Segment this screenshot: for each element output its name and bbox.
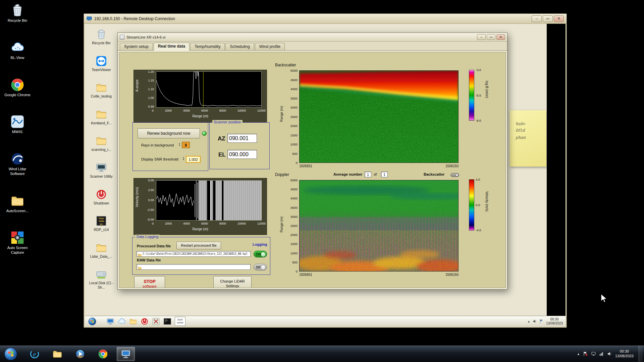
tray-speaker-icon[interactable] (607, 351, 612, 356)
remote-tray-arrow-icon[interactable]: ▲ (527, 320, 530, 323)
desktop-icon-mw41[interactable]: MW41 (2, 115, 33, 134)
tick-label: 1000 (290, 251, 298, 255)
desktop-icon-scanner[interactable]: Scanner Utility (88, 162, 115, 179)
renew-background-button[interactable]: Renew background now (138, 128, 200, 138)
raw-logging-toggle[interactable]: OFF (254, 264, 267, 270)
desktop-icon-folder[interactable]: AutoScreen... (2, 194, 33, 214)
scan-sched-button[interactable]: Scan sched (175, 317, 185, 326)
tab-temp-humidity[interactable]: Temp/humidity (190, 43, 225, 50)
remote-taskbar-power-icon[interactable] (141, 317, 149, 325)
tab-bar: System setup Real time data Temp/humidit… (118, 42, 507, 51)
folder-icon (96, 242, 107, 253)
remote-taskbar-cloud-icon[interactable] (118, 317, 126, 325)
rdp-maximize-button[interactable]: ▭ (543, 15, 553, 22)
taskbar-ie-icon[interactable]: e (25, 347, 44, 361)
tick-label: 0 (152, 109, 154, 112)
desktop-icon-folder[interactable]: scanning_r... (88, 135, 115, 152)
host-taskbar: e ▲ 00:30 13/08/2023 (0, 345, 644, 362)
tray-network-icon[interactable] (599, 351, 604, 356)
remote-flag-icon[interactable] (539, 319, 544, 323)
rdp-minimize-button[interactable]: – (532, 15, 542, 22)
stop-software-button[interactable]: STOP software (134, 276, 165, 288)
desktop-icon-shutdown[interactable]: Shutdown (88, 189, 115, 205)
desktop-icon-wind-lidar[interactable]: Wind Lidar Software (2, 152, 33, 176)
desktop-icon-bl-view[interactable]: BL-View (2, 41, 33, 60)
svg-text:loc: loc (100, 223, 103, 226)
rdp-close-button[interactable]: ✕ (554, 15, 564, 22)
tab-real-time-data[interactable]: Real time data (154, 43, 190, 51)
tick-label: 500 (292, 152, 298, 156)
tick-label: 5.00 (148, 179, 154, 182)
remote-taskbar-grid-icon[interactable] (152, 317, 160, 325)
remote-desktop: Recycle BinTeamViewerCville_testingKentl… (85, 24, 566, 326)
desktop-icon-rawdata[interactable]: RawDatalocRDP_v14 (88, 215, 115, 232)
sticky-note[interactable]: halo- 0f1d phan (509, 110, 546, 167)
doppler-y-axis-label: Range (m) (280, 217, 283, 232)
remote-speaker-icon[interactable] (533, 319, 537, 323)
backscatter-heatmap[interactable] (299, 70, 459, 163)
raw-path-field[interactable] (137, 264, 251, 270)
tick-label: -4.0 (476, 228, 481, 232)
a-scope-x-ticks: 020004000600080001000012000 (152, 109, 266, 112)
tab-system-setup[interactable]: System setup (120, 43, 153, 50)
tab-scheduling[interactable]: Schedu​ling (225, 43, 254, 50)
processed-path-field[interactable]: C:\Lidar\Data\Proc\2023\202308\20230813\… (137, 251, 251, 257)
show-desktop-button[interactable] (639, 346, 643, 362)
tray-monitor-icon[interactable] (591, 351, 596, 356)
tray-arrow-icon[interactable]: ▲ (577, 352, 580, 356)
tick-label: 1506150 (445, 164, 459, 168)
desktop-icon-chrome[interactable]: Google Chrome (2, 78, 33, 98)
remote-clock-time: 00:30 (546, 317, 563, 321)
doppler-heatmap[interactable] (299, 180, 459, 272)
average-number-input[interactable]: 1 (365, 172, 371, 177)
data-logging-title: Data Logging (135, 235, 160, 239)
backscatter-display-toggle[interactable] (450, 173, 459, 177)
restart-processed-file-button[interactable]: Restart processed file (176, 242, 221, 249)
app-maximize-button[interactable]: ▭ (487, 34, 495, 40)
tray-flag-icon[interactable] (583, 351, 588, 356)
el-value-field[interactable]: 090.000 (227, 150, 257, 159)
desktop-icon-screen-capture[interactable]: Auto Screen Capture (2, 231, 33, 255)
average-count-input[interactable]: 1 (381, 172, 388, 177)
desktop-icon-teamviewer[interactable]: TeamViewer (88, 55, 115, 72)
processed-logging-toggle[interactable]: ON (254, 251, 267, 257)
streamline-titlebar[interactable]: StreamLine XR v14-6.vi – ▭ ✕ (118, 33, 507, 42)
snr-spinner[interactable]: ▲▼ (182, 157, 184, 161)
velocity-plot[interactable] (156, 180, 262, 221)
backscatter-switch-label: Backscatter (424, 172, 444, 176)
remote-taskbar-console-icon[interactable] (163, 317, 171, 325)
tick-label: 3500 (290, 206, 298, 209)
app-minimize-button[interactable]: – (477, 34, 486, 40)
mw41-icon (10, 115, 24, 129)
taskbar-rdp-icon[interactable] (117, 347, 135, 361)
remote-start-button[interactable] (88, 317, 96, 325)
change-lidar-settings-button[interactable]: Change LiDAR Settings (213, 276, 252, 288)
app-close-button[interactable]: ✕ (496, 34, 505, 40)
remote-taskbar-folder-icon[interactable] (129, 317, 137, 325)
host-clock[interactable]: 00:30 13/08/2023 (615, 349, 634, 359)
scanner-icon (96, 162, 107, 173)
desktop-icon-folder[interactable]: Kentland_F... (88, 109, 115, 125)
a-scope-plot[interactable] (156, 71, 262, 108)
desktop-icon-disk[interactable]: Local Disk (C) - Sh... (88, 268, 115, 289)
rays-value[interactable]: 8 (182, 142, 190, 148)
doppler-colorbar-ticks: 4.00.0-4.0 (476, 178, 481, 232)
rdp-titlebar[interactable]: 192.168.0.150 - Remote Desktop Connectio… (84, 14, 567, 24)
desktop-icon-folder[interactable]: Cville_testing (88, 82, 115, 99)
doppler-y-ticks: 5000450040003500300025002000150010005000 (286, 178, 298, 273)
desktop-icon-recycle-bin[interactable]: Recycle Bin (2, 3, 33, 23)
az-value-field[interactable]: 090.001 (227, 134, 257, 143)
taskbar-explorer-icon[interactable] (48, 347, 66, 361)
desktop-icon-label: Recycle Bin (8, 18, 27, 23)
snr-threshold-value[interactable]: 1.002 (186, 156, 201, 163)
tick-label: 2500 (290, 115, 298, 119)
taskbar-chrome-icon[interactable] (94, 347, 112, 361)
tab-wind-profile[interactable]: Wind profile (255, 43, 285, 50)
start-button[interactable] (4, 347, 17, 361)
desktop-icon-folder[interactable]: Lidar_Data_... (88, 242, 115, 259)
remote-clock[interactable]: 00:30 13/08/2023 (546, 317, 563, 325)
remote-taskbar-window-icon[interactable] (106, 317, 114, 325)
rays-spinner[interactable]: ▲▼ (178, 142, 180, 146)
taskbar-media-player-icon[interactable] (71, 347, 89, 361)
desktop-icon-recycle-bin[interactable]: Recycle Bin (88, 28, 115, 45)
